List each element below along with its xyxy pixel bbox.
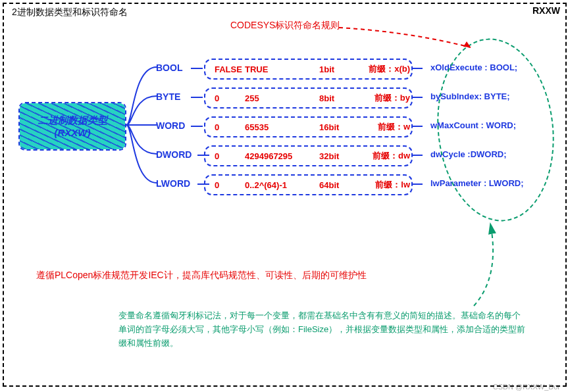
- type-size: 1bit: [319, 64, 349, 74]
- type-size: 16bit: [319, 122, 349, 132]
- type-min: 0: [215, 180, 233, 190]
- type-example-dword: dwCycle :DWORD;: [430, 149, 507, 159]
- type-name-dword: DWORD: [156, 149, 192, 160]
- type-example-lword: lwParameter : LWORD;: [430, 178, 524, 188]
- type-name-lword: LWORD: [156, 178, 190, 189]
- bracket-connector: [125, 59, 158, 191]
- type-size: 64bit: [319, 180, 349, 190]
- type-name-bool: BOOL: [156, 62, 182, 73]
- type-size: 8bit: [319, 93, 349, 103]
- footer-green-note: 变量命名遵循匈牙利标记法，对于每一个变量，都需在基础名中含有有意义的简短的描述。…: [118, 309, 527, 350]
- rule-title: CODESYS标识符命名规则: [230, 20, 340, 32]
- type-max: 0..2^(64)-1: [245, 180, 307, 190]
- type-prefix: 前缀：w: [361, 121, 410, 133]
- type-max: 255: [245, 93, 307, 103]
- type-prefix: 前缀：dw: [361, 150, 410, 162]
- type-prefix: 前缀：x(b): [361, 63, 410, 75]
- diagram-title: 2进制数据类型和标识符命名: [12, 7, 128, 18]
- type-prefix: 前缀：lw: [361, 179, 410, 191]
- brand-label: RXXW: [532, 5, 560, 16]
- type-max: 65535: [245, 122, 307, 132]
- footer-red-note: 遵循PLCopen标准规范开发IEC计，提高库代码规范性、可读性、后期的可维护性: [36, 270, 367, 282]
- type-min: 0: [215, 122, 233, 132]
- type-max: 4294967295: [245, 151, 307, 161]
- root-label: 二进制数据类型(RXXW): [20, 111, 125, 142]
- type-detail-word: 0 65535 16bit 前缀：w: [204, 116, 413, 137]
- type-min: 0: [215, 93, 233, 103]
- type-detail-dword: 0 4294967295 32bit 前缀：dw: [204, 145, 413, 166]
- type-example-word: wMaxCount : WORD;: [430, 120, 516, 130]
- type-max: TRUE: [245, 64, 307, 74]
- type-min: 0: [215, 151, 233, 161]
- watermark: CSDN @RXXW_Dor: [493, 383, 560, 391]
- type-name-word: WORD: [156, 120, 185, 131]
- type-example-bool: xOldExecute : BOOL;: [430, 62, 517, 72]
- type-size: 32bit: [319, 151, 349, 161]
- type-name-byte: BYTE: [156, 91, 180, 102]
- type-min: FALSE: [215, 64, 233, 74]
- type-detail-byte: 0 255 8bit 前缀：by: [204, 87, 413, 109]
- type-detail-lword: 0 0..2^(64)-1 64bit 前缀：lw: [204, 174, 413, 195]
- root-box: 二进制数据类型(RXXW): [18, 102, 126, 151]
- type-example-byte: bySubIndex: BYTE;: [430, 91, 510, 101]
- type-prefix: 前缀：by: [361, 92, 410, 104]
- type-detail-bool: FALSE TRUE 1bit 前缀：x(b): [204, 59, 413, 80]
